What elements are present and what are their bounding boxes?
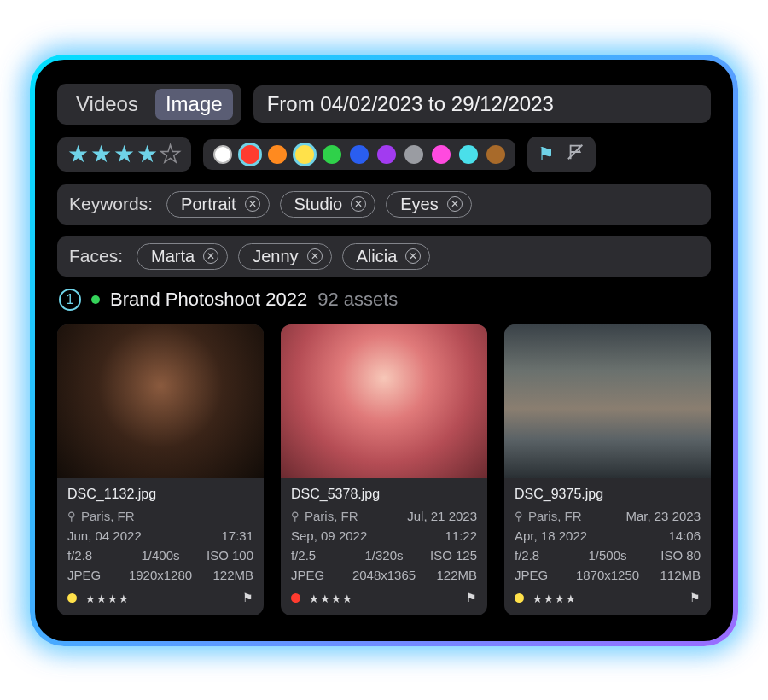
faces-label: Faces: [69,246,123,266]
color-swatch[interactable] [432,145,451,164]
asset-card[interactable]: DSC_9375.jpg ⚲Paris, FR Mar, 23 2023 Apr… [504,324,711,615]
keywords-row: Keywords: Portrait✕Studio✕Eyes✕ [57,184,711,225]
asset-grid: DSC_1132.jpg ⚲Paris, FR Jun, 04 2022 17:… [57,324,711,615]
flag-icon[interactable]: ⚑ [242,591,253,604]
tab-videos[interactable]: Videos [66,89,148,120]
asset-size: 112MB [639,568,701,582]
asset-thumbnail[interactable] [504,324,711,478]
color-swatch[interactable] [404,145,423,164]
flag-off-icon[interactable] [567,143,585,166]
asset-aperture: f/2.8 [515,548,577,563]
asset-card[interactable]: DSC_5378.jpg ⚲Paris, FR Jul, 21 2023 Sep… [281,324,487,615]
remove-icon[interactable]: ✕ [203,248,218,264]
status-dot-icon [91,295,100,304]
asset-capture-time: 14:06 [668,528,701,543]
asset-rating: ★★★★ [532,592,577,605]
color-swatch[interactable] [295,145,314,164]
keywords-label: Keywords: [69,194,153,214]
remove-icon[interactable]: ✕ [447,196,463,212]
remove-icon[interactable]: ✕ [245,196,260,212]
asset-capture-date: Jun, 04 2022 [67,528,142,543]
asset-filename: DSC_9375.jpg [515,487,701,502]
asset-capture-date: Apr, 18 2022 [515,528,587,543]
asset-shutter: 1/400s [130,548,192,563]
asset-color-label-icon [291,593,300,603]
color-swatch[interactable] [486,145,505,164]
remove-icon[interactable]: ✕ [307,248,323,264]
star-icon: ★ [90,143,112,166]
asset-thumbnail[interactable] [57,324,264,478]
location-icon: ⚲ [291,510,300,522]
asset-iso: ISO 80 [638,548,701,563]
color-swatch[interactable] [213,145,232,164]
chip-label: Eyes [400,195,438,214]
star-icon: ★ [160,143,181,166]
asset-format: JPEG [291,568,352,582]
asset-size: 122MB [192,568,253,582]
asset-format: JPEG [67,568,129,582]
color-swatch[interactable] [241,145,259,164]
asset-iso: ISO 125 [415,548,477,563]
asset-filename: DSC_5378.jpg [291,487,477,502]
filter-chip[interactable]: Jenny✕ [238,243,331,270]
asset-shoot-date: Jul, 21 2023 [407,509,477,523]
chip-label: Marta [151,247,195,266]
asset-size: 122MB [416,568,477,582]
media-type-segmented: Videos Image [57,84,241,125]
asset-color-label-icon [67,593,77,603]
asset-shutter: 1/320s [353,548,416,563]
asset-meta: DSC_1132.jpg ⚲Paris, FR Jun, 04 2022 17:… [57,478,264,615]
collection-name: Brand Photoshoot 2022 [110,289,307,311]
collection-index-badge: 1 [59,289,81,311]
asset-aperture: f/2.5 [291,548,353,563]
rating-filter[interactable]: ★ ★ ★ ★ ★ [57,137,191,172]
asset-color-label-icon [515,593,524,603]
flag-icon[interactable]: ⚑ [689,591,701,604]
star-icon: ★ [113,143,135,166]
color-filter [203,139,515,170]
filter-chip[interactable]: Studio✕ [280,191,376,218]
asset-meta: DSC_5378.jpg ⚲Paris, FR Jul, 21 2023 Sep… [281,478,487,615]
asset-location: Paris, FR [81,509,135,523]
filter-panel: Videos Image From 04/02/2023 to 29/12/20… [35,60,733,641]
asset-location: Paris, FR [528,509,582,523]
asset-location: Paris, FR [305,509,358,523]
color-swatch[interactable] [268,145,287,164]
color-swatch[interactable] [377,145,396,164]
asset-dimensions: 1920x1280 [129,568,192,582]
remove-icon[interactable]: ✕ [405,248,421,264]
collection-header[interactable]: 1 Brand Photoshoot 2022 92 assets [59,289,711,311]
collection-count: 92 assets [317,289,398,311]
asset-format: JPEG [515,568,576,582]
filter-chip[interactable]: Alicia✕ [342,243,431,270]
date-range-filter[interactable]: From 04/02/2023 to 29/12/2023 [253,85,711,123]
asset-thumbnail[interactable] [281,324,487,478]
flag-on-icon[interactable]: ⚑ [538,143,555,166]
asset-filename: DSC_1132.jpg [67,487,253,502]
asset-iso: ISO 100 [191,548,253,563]
tab-image[interactable]: Image [155,89,233,120]
faces-row: Faces: Marta✕Jenny✕Alicia✕ [57,236,711,277]
asset-card[interactable]: DSC_1132.jpg ⚲Paris, FR Jun, 04 2022 17:… [57,324,264,615]
chip-label: Studio [294,195,343,214]
asset-aperture: f/2.8 [67,548,130,563]
location-icon: ⚲ [67,510,76,522]
remove-icon[interactable]: ✕ [351,196,366,212]
asset-dimensions: 1870x1250 [576,568,639,582]
asset-shoot-date: Mar, 23 2023 [625,509,701,523]
date-range-text: From 04/02/2023 to 29/12/2023 [262,90,559,118]
asset-rating: ★★★★ [85,592,130,605]
asset-capture-time: 17:31 [221,528,253,543]
filter-chip[interactable]: Eyes✕ [386,191,471,218]
asset-shutter: 1/500s [577,548,639,563]
color-swatch[interactable] [323,145,341,164]
asset-capture-date: Sep, 09 2022 [291,528,367,543]
color-swatch[interactable] [459,145,478,164]
asset-capture-time: 11:22 [445,528,477,543]
filter-chip[interactable]: Marta✕ [137,243,228,270]
color-swatch[interactable] [350,145,369,164]
chip-label: Jenny [253,247,298,266]
filter-chip[interactable]: Portrait✕ [166,191,269,218]
flag-icon[interactable]: ⚑ [466,591,477,604]
flag-filter: ⚑ [527,137,596,172]
